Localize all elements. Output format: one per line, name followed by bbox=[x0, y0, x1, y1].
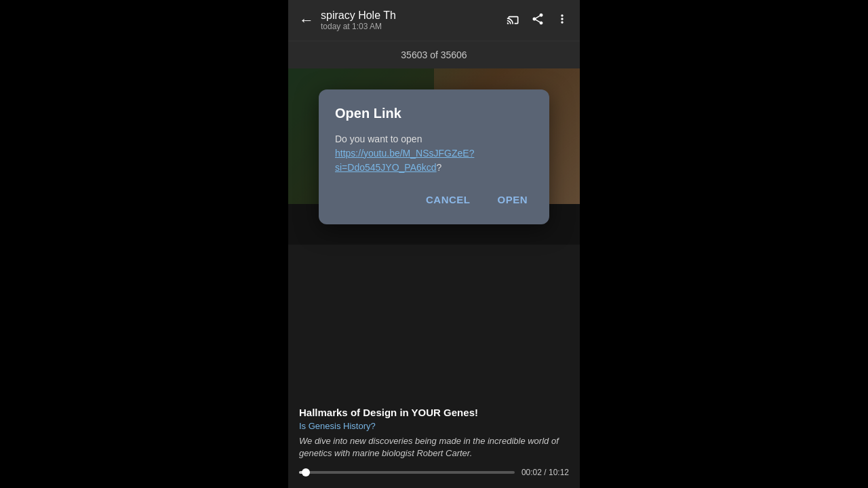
dialog-buttons: Cancel Open bbox=[335, 191, 533, 208]
video-title: Hallmarks of Design in YOUR Genes! bbox=[299, 407, 569, 418]
content-area: Open Link Do you want to open https://yo… bbox=[288, 68, 580, 488]
time-separator: / bbox=[542, 468, 549, 477]
time-current: 00:02 bbox=[521, 468, 542, 477]
progress-bar[interactable] bbox=[299, 471, 515, 474]
header: ← spiracy Hole Th today at 1:03 AM bbox=[288, 0, 580, 41]
header-title: spiracy Hole Th bbox=[321, 9, 396, 22]
open-link-dialog: Open Link Do you want to open https://yo… bbox=[319, 89, 549, 224]
time-total: 10:12 bbox=[549, 468, 569, 477]
counter-text: 35603 of 35606 bbox=[401, 49, 467, 60]
header-left: ← spiracy Hole Th today at 1:03 AM bbox=[299, 9, 396, 31]
cast-icon[interactable] bbox=[507, 12, 520, 29]
header-title-group: spiracy Hole Th today at 1:03 AM bbox=[321, 9, 396, 31]
dialog-body-suffix: ? bbox=[437, 162, 442, 173]
progress-thumb bbox=[302, 468, 310, 476]
more-options-icon[interactable] bbox=[555, 12, 569, 29]
dialog-title: Open Link bbox=[335, 106, 533, 121]
dialog-overlay: Open Link Do you want to open https://yo… bbox=[288, 68, 580, 245]
dialog-body: Do you want to open https://youtu.be/M_N… bbox=[335, 132, 533, 175]
back-button[interactable]: ← bbox=[299, 12, 314, 29]
phone-container: ← spiracy Hole Th today at 1:03 AM bbox=[288, 0, 580, 488]
video-channel: Is Genesis History? bbox=[299, 421, 569, 431]
video-time: 00:02 / 10:12 bbox=[521, 468, 569, 477]
dialog-body-prefix: Do you want to open bbox=[335, 134, 422, 144]
counter-bar: 35603 of 35606 bbox=[288, 41, 580, 68]
video-progress-row: 00:02 / 10:12 bbox=[299, 468, 569, 477]
cancel-button[interactable]: Cancel bbox=[420, 191, 476, 208]
header-icons bbox=[507, 12, 569, 29]
dialog-link[interactable]: https://youtu.be/M_NSsJFGZeE?si=Ddo545JY… bbox=[335, 148, 474, 173]
share-icon[interactable] bbox=[531, 12, 545, 29]
video-description: We dive into new discoveries being made … bbox=[299, 435, 569, 460]
header-subtitle: today at 1:03 AM bbox=[321, 22, 396, 31]
open-button[interactable]: Open bbox=[492, 191, 533, 208]
bottom-content: Hallmarks of Design in YOUR Genes! Is Ge… bbox=[288, 396, 580, 488]
